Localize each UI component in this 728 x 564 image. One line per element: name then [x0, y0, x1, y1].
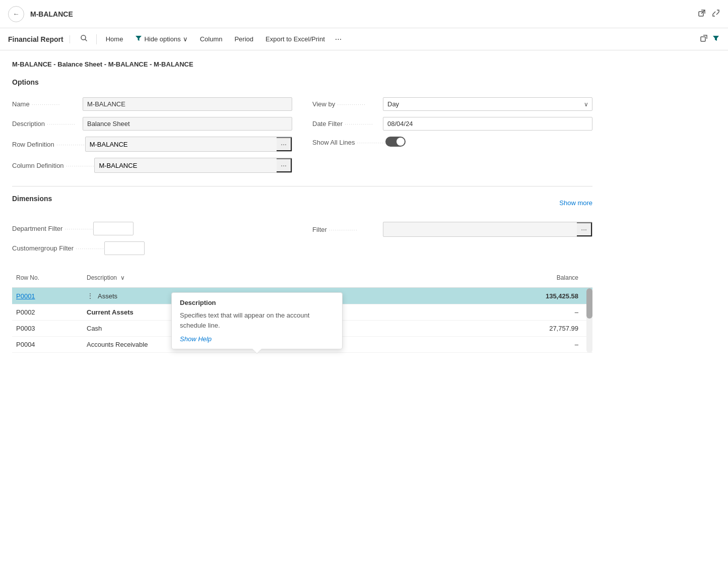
toolbar-hide-options[interactable]: Hide options ∨: [130, 33, 192, 45]
col-def-label: Column Definition: [12, 162, 94, 169]
divider-1: [12, 186, 592, 186]
share-icon[interactable]: [700, 34, 708, 44]
toolbar-period[interactable]: Period: [229, 33, 258, 45]
col-def-value: ···: [94, 158, 292, 173]
col-header-description: Description ∨: [83, 272, 492, 283]
custgrp-filter-input[interactable]: [104, 241, 145, 255]
row-balance-p0004: –: [492, 337, 582, 352]
col-def-input-wrapper: ···: [94, 158, 292, 173]
col-def-more-btn[interactable]: ···: [277, 158, 292, 172]
description-sort-icon[interactable]: ∨: [120, 274, 125, 281]
table-header: Row No. Description ∨ Balance: [12, 268, 592, 288]
toolbar-column[interactable]: Column: [195, 33, 228, 45]
options-left-col: Name Description Row Definition: [12, 94, 292, 176]
expand-icon[interactable]: [712, 9, 720, 19]
title-bar: ← M-BALANCE: [0, 0, 728, 28]
col-header-row-no: Row No.: [12, 272, 83, 283]
back-icon: ←: [13, 10, 19, 18]
options-section: Options Name Description Row Defini: [12, 78, 592, 176]
row-def-input-wrapper: ···: [85, 137, 292, 152]
custgrp-filter-value: [104, 241, 292, 255]
description-input[interactable]: [83, 117, 292, 131]
dept-filter-value: [93, 222, 292, 235]
custgrp-filter-row: Customergroup Filter: [12, 238, 292, 258]
options-right-col: View by DayWeekMonthQuarterYear Date Fil…: [312, 94, 592, 176]
date-filter-input[interactable]: [383, 117, 592, 131]
row-id-p0003: P0003: [12, 321, 83, 336]
dimensions-form-grid: Department Filter Customergroup Filter F…: [12, 219, 592, 258]
toolbar-export[interactable]: Export to Excel/Print: [260, 33, 330, 45]
show-all-lines-row: Show All Lines: [312, 134, 592, 151]
filter-input[interactable]: [383, 223, 577, 236]
filter-icon[interactable]: [712, 34, 720, 44]
row-def-row: Row Definition ···: [12, 134, 292, 155]
date-filter-label: Date Filter: [312, 120, 383, 128]
row-id-p0001[interactable]: P0001: [12, 288, 83, 304]
filter-more-btn[interactable]: ···: [577, 222, 592, 236]
tooltip-show-help[interactable]: Show Help: [180, 335, 212, 343]
show-all-lines-label: Show All Lines: [312, 139, 385, 146]
date-filter-value: [383, 117, 592, 131]
filter-row: Filter ···: [312, 219, 592, 240]
show-all-lines-toggle[interactable]: [385, 137, 406, 147]
dept-filter-input[interactable]: [93, 222, 134, 235]
options-form-grid: Name Description Row Definition: [12, 94, 592, 176]
window-title: M-BALANCE: [30, 10, 698, 18]
show-all-lines-value: [385, 137, 592, 148]
description-label: Description: [12, 120, 83, 128]
filter-value: ···: [383, 222, 592, 237]
tooltip-body: Specifies text that will appear on the a…: [180, 310, 334, 330]
description-value: [83, 117, 292, 131]
home-label: Home: [106, 35, 123, 43]
row-balance-p0002: –: [492, 304, 582, 320]
row-drag-handle[interactable]: ⋮: [87, 292, 94, 300]
filter-input-wrapper: ···: [383, 222, 592, 237]
hide-options-label: Hide options: [144, 35, 180, 43]
svg-point-1: [81, 35, 86, 40]
col-header-balance: Balance: [492, 272, 582, 283]
date-filter-row: Date Filter: [312, 114, 592, 134]
row-def-more-btn[interactable]: ···: [277, 137, 292, 151]
custgrp-filter-label: Customergroup Filter: [12, 244, 104, 252]
options-title: Options: [12, 78, 592, 86]
page-content: M-BALANCE - Balance Sheet - M-BALANCE - …: [0, 50, 605, 363]
period-label: Period: [234, 35, 253, 43]
name-input[interactable]: [83, 97, 292, 111]
col-def-input[interactable]: [95, 159, 277, 172]
toolbar-more-menu[interactable]: ···: [332, 33, 345, 46]
dimensions-right-col: Filter ···: [312, 219, 592, 258]
title-bar-actions: [698, 9, 720, 19]
toolbar: Financial Report Home Hide options ∨ Col…: [0, 28, 728, 50]
name-value: [83, 97, 292, 111]
export-label: Export to Excel/Print: [266, 35, 325, 43]
view-by-row: View by DayWeekMonthQuarterYear: [312, 94, 592, 114]
external-link-icon[interactable]: [698, 9, 706, 19]
show-more-link[interactable]: Show more: [559, 199, 592, 207]
svg-rect-2: [701, 37, 705, 41]
back-button[interactable]: ←: [8, 6, 24, 22]
row-balance-p0001: 135,425.58: [492, 288, 582, 304]
tooltip-title: Description: [180, 299, 334, 306]
row-def-label: Row Definition: [12, 141, 85, 148]
view-by-select[interactable]: DayWeekMonthQuarterYear: [383, 97, 592, 111]
view-by-value: DayWeekMonthQuarterYear: [383, 97, 592, 111]
hide-options-chevron: ∨: [183, 35, 188, 43]
row-def-value: ···: [85, 137, 292, 152]
funnel-icon: [135, 35, 142, 43]
more-icon: ···: [335, 35, 342, 44]
breadcrumb: M-BALANCE - Balance Sheet - M-BALANCE - …: [12, 60, 592, 68]
toolbar-search-icon[interactable]: [76, 32, 92, 46]
row-balance-p0003: 27,757.99: [492, 321, 582, 336]
tooltip-arrow-inner: [252, 349, 261, 353]
row-id-p0002: P0002: [12, 304, 83, 320]
row-id-p0004: P0004: [12, 337, 83, 352]
filter-label: Filter: [312, 226, 383, 233]
dimensions-left-col: Department Filter Customergroup Filter: [12, 219, 292, 258]
description-row: Description: [12, 114, 292, 134]
scrollbar-thumb[interactable]: [586, 288, 592, 319]
row-def-input[interactable]: [86, 138, 277, 151]
name-row: Name: [12, 94, 292, 114]
toolbar-right: [700, 34, 720, 44]
scrollbar-track: [586, 288, 592, 353]
toolbar-home[interactable]: Home: [101, 33, 128, 45]
